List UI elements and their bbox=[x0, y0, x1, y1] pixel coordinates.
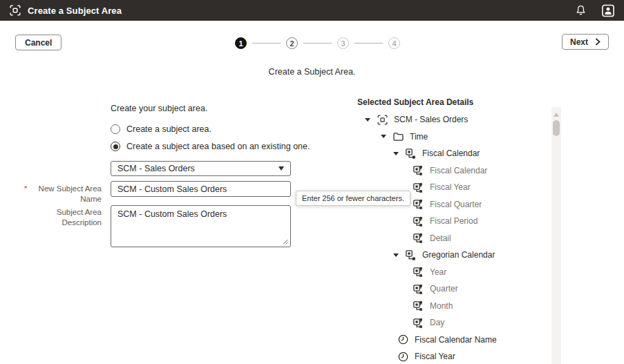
tree-node[interactable]: Fiscal Calendar bbox=[357, 145, 549, 162]
tree-node[interactable]: Time bbox=[357, 128, 549, 146]
scrollbar[interactable] bbox=[551, 107, 561, 364]
tree-node[interactable]: Quarter bbox=[357, 280, 549, 298]
radio-create-new[interactable]: Create a subject area. bbox=[111, 124, 211, 134]
stepper-connector-line bbox=[354, 43, 383, 44]
stepper-step-3[interactable]: 3 bbox=[337, 37, 349, 49]
tree-node-label: SCM - Sales Orders bbox=[394, 115, 468, 124]
tree-node-label: Year bbox=[430, 267, 446, 277]
stepper-connector-line bbox=[252, 43, 281, 44]
folder-icon bbox=[393, 131, 404, 142]
scrollbar-thumb[interactable] bbox=[553, 120, 560, 136]
expand-caret-icon[interactable] bbox=[365, 118, 370, 122]
cancel-button[interactable]: Cancel bbox=[15, 35, 62, 50]
tree-node-label: Fiscal Period bbox=[430, 216, 478, 226]
scroll-up-arrow-icon[interactable] bbox=[554, 113, 559, 117]
level-icon bbox=[413, 284, 424, 294]
stepper-step-4[interactable]: 4 bbox=[388, 37, 400, 49]
expand-caret-icon[interactable] bbox=[393, 152, 399, 155]
subject-area-description-textarea[interactable]: SCM - Custom Sales Orders bbox=[111, 205, 291, 247]
stepper-connector-line bbox=[303, 43, 332, 44]
level-icon bbox=[413, 233, 424, 243]
level-icon bbox=[413, 267, 424, 277]
source-subject-area-select[interactable]: SCM - Sales Orders bbox=[111, 161, 291, 176]
tree-node-label: Fiscal Calendar bbox=[422, 149, 480, 158]
expand-caret-icon[interactable] bbox=[393, 253, 399, 257]
hierarchy-icon bbox=[406, 149, 416, 159]
tree-node[interactable]: Fiscal Year bbox=[357, 179, 549, 196]
tree-node-label: Gregorian Calendar bbox=[422, 250, 495, 260]
level-icon bbox=[413, 300, 424, 311]
hierarchy-icon bbox=[406, 250, 416, 260]
radio-create-from-existing[interactable]: Create a subject area based on an existi… bbox=[111, 142, 310, 151]
tree-node[interactable]: Fiscal Quarter bbox=[357, 196, 549, 213]
stepper-step-2[interactable]: 2 bbox=[286, 37, 298, 49]
tree-node-label: Fiscal Year bbox=[415, 352, 455, 361]
radio-button-icon bbox=[111, 142, 120, 151]
tree-node[interactable]: SCM - Sales Orders bbox=[357, 111, 549, 128]
tree-node[interactable]: Fiscal Calendar bbox=[357, 162, 549, 180]
tree-node-label: Month bbox=[430, 301, 453, 311]
selected-value: SCM - Sales Orders bbox=[117, 164, 278, 173]
next-button-label: Next bbox=[570, 37, 588, 47]
tree-node-label: Quarter bbox=[430, 284, 458, 294]
create-subject-area-window: Create a Subject Area Cancel Next 12 bbox=[0, 0, 624, 364]
tree-node[interactable]: Year bbox=[357, 264, 549, 281]
chevron-right-icon bbox=[595, 38, 601, 46]
description-text: SCM - Custom Sales Orders bbox=[117, 209, 227, 219]
level-icon bbox=[413, 182, 424, 193]
level-icon bbox=[413, 318, 424, 328]
tree-node-label: Fiscal Calendar bbox=[430, 166, 487, 175]
clock-icon bbox=[398, 352, 408, 362]
tree-node[interactable]: Fiscal Calendar Name bbox=[357, 332, 549, 349]
dropdown-arrow-icon bbox=[278, 166, 284, 171]
title-bar: Create a Subject Area bbox=[0, 0, 624, 21]
tree-node-label: Fiscal Quarter bbox=[430, 200, 482, 209]
required-marker: * bbox=[24, 184, 27, 204]
tree-node-label: Fiscal Calendar Name bbox=[415, 335, 497, 345]
cancel-button-label: Cancel bbox=[25, 38, 52, 48]
expand-caret-icon[interactable] bbox=[381, 135, 386, 138]
tree-node[interactable]: Fiscal Year bbox=[357, 348, 549, 364]
page-title: Create a Subject Area bbox=[28, 6, 122, 16]
wizard-stepper: 1234 bbox=[235, 37, 400, 49]
resize-handle-icon[interactable] bbox=[282, 238, 288, 245]
notifications-bell-icon[interactable] bbox=[574, 4, 587, 17]
level-icon bbox=[413, 199, 424, 209]
level-icon bbox=[413, 216, 424, 227]
tree-node[interactable]: Gregorian Calendar bbox=[357, 247, 549, 264]
wizard-step-subtitle: Create a Subject Area. bbox=[0, 67, 624, 77]
next-button[interactable]: Next bbox=[562, 34, 609, 50]
tree-node-label: Time bbox=[410, 132, 428, 142]
tree-node[interactable]: Day bbox=[357, 314, 549, 332]
tree-node-label: Day bbox=[430, 318, 444, 327]
radio-button-icon bbox=[111, 124, 120, 134]
subject-area-icon bbox=[10, 5, 21, 16]
tree-node[interactable]: Fiscal Period bbox=[357, 213, 549, 230]
tree-node[interactable]: Month bbox=[357, 298, 549, 315]
tree-node[interactable]: Detail bbox=[357, 230, 549, 247]
description-field-label: Subject Area Description bbox=[24, 207, 102, 228]
radio-label: Create a subject area based on an existi… bbox=[126, 142, 310, 151]
level-icon bbox=[413, 165, 424, 175]
clock-icon bbox=[398, 334, 408, 345]
radio-label: Create a subject area. bbox=[126, 124, 211, 134]
details-panel-title: Selected Subject Area Details bbox=[357, 97, 473, 107]
stepper-step-1[interactable]: 1 bbox=[235, 37, 247, 49]
tree-node-label: Fiscal Year bbox=[430, 182, 471, 192]
name-field-label: * New Subject Area Name bbox=[24, 184, 102, 204]
subject-area-tree: SCM - Sales OrdersTimeFiscal CalendarFis… bbox=[357, 111, 549, 364]
subject-area-icon bbox=[377, 115, 388, 125]
form-heading: Create your subject area. bbox=[111, 104, 207, 113]
tree-node-label: Detail bbox=[430, 233, 451, 243]
user-avatar-icon[interactable] bbox=[602, 4, 614, 17]
new-subject-area-name-input[interactable] bbox=[111, 181, 291, 197]
